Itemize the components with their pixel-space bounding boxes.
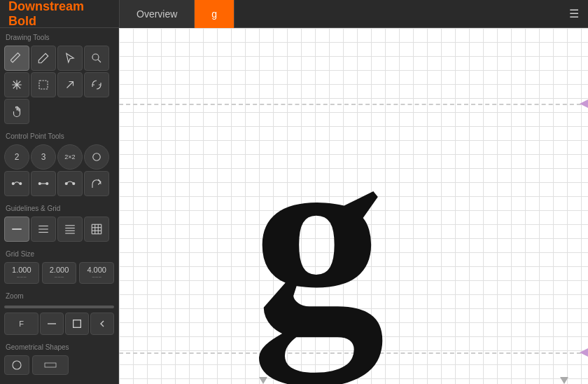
node-2-button[interactable]: 2: [4, 144, 29, 170]
rect-shape-button[interactable]: [32, 355, 69, 375]
svg-point-5: [20, 183, 22, 185]
app-title: Downstream Bold: [0, 0, 119, 29]
drawing-tools-label: Drawing Tools: [0, 28, 118, 44]
grid-canvas: [119, 28, 588, 384]
node-curve-button[interactable]: [57, 171, 83, 196]
svg-point-10: [73, 183, 75, 185]
vline-button[interactable]: [31, 217, 56, 242]
circle-shape-button[interactable]: [4, 355, 29, 375]
baseline-top: [119, 104, 588, 105]
guidelines-group: [0, 215, 118, 245]
node-reverse-button[interactable]: [84, 171, 109, 196]
drawing-tools-group: [0, 44, 118, 127]
control-point-tools-group: 2 3 2×2: [0, 143, 118, 199]
grid-size-2000-button[interactable]: 2.000 ~~~: [42, 262, 77, 284]
svg-point-3: [93, 153, 101, 161]
pencil-tool-button[interactable]: [31, 46, 56, 71]
node-2x2-button[interactable]: 2×2: [57, 144, 83, 170]
hamburger-menu-button[interactable]: ☰: [560, 0, 588, 28]
grid-size-4000-button[interactable]: 4.000 ~~~: [79, 262, 114, 284]
tab-g[interactable]: g: [195, 0, 234, 28]
svg-point-29: [13, 361, 21, 369]
geo-shapes-label: Geometrical Shapes: [0, 338, 118, 354]
control-point-tools-label: Control Point Tools: [0, 127, 118, 143]
grid-size-1000-button[interactable]: 1.000 ~~~: [4, 262, 39, 284]
multiline-button[interactable]: [57, 217, 83, 242]
zoom-tool-button[interactable]: [84, 46, 109, 71]
grid-button[interactable]: [84, 217, 109, 242]
svg-line-1: [98, 60, 101, 62]
main-layout: Drawing Tools: [0, 28, 588, 384]
node-circle-button[interactable]: [84, 144, 109, 170]
zoom-fit-button[interactable]: F: [4, 313, 38, 335]
svg-point-9: [65, 183, 67, 185]
zoom-tools-group: F: [4, 313, 114, 335]
zoom-section: F: [0, 303, 118, 338]
svg-point-4: [12, 183, 14, 185]
pen-tool-button[interactable]: [4, 46, 29, 71]
node-smooth-button[interactable]: [4, 171, 29, 196]
rect-select-button[interactable]: [31, 72, 56, 97]
guidelines-label: Guidelines & Grid: [0, 199, 118, 215]
svg-point-0: [92, 54, 99, 60]
transform-tool-button[interactable]: [84, 72, 109, 97]
node-tangent-button[interactable]: [31, 171, 56, 196]
header: Downstream Bold Overview g ☰: [0, 0, 588, 28]
tab-overview[interactable]: Overview: [119, 0, 195, 28]
zoom-line-button[interactable]: [40, 313, 64, 335]
move-tool-button[interactable]: [4, 72, 29, 97]
svg-rect-2: [39, 81, 48, 89]
zoom-box-button[interactable]: [65, 313, 89, 335]
pan-tool-button[interactable]: [4, 99, 29, 124]
grid-size-group: 1.000 ~~~ 2.000 ~~~ 4.000 ~~~: [0, 261, 118, 287]
geo-shapes-group: [0, 354, 118, 378]
knife-tool-button[interactable]: [57, 72, 83, 97]
hline-button[interactable]: [4, 217, 29, 242]
sidebar: Drawing Tools: [0, 28, 119, 384]
svg-rect-30: [45, 363, 56, 367]
baseline-bottom: [119, 352, 588, 354]
zoom-label: Zoom: [0, 287, 118, 303]
zoom-slider-track[interactable]: [4, 306, 114, 308]
svg-rect-28: [74, 320, 81, 328]
node-3-button[interactable]: 3: [31, 144, 56, 170]
zoom-prev-button[interactable]: [90, 313, 114, 335]
cursor-tool-button[interactable]: [57, 46, 83, 71]
canvas-area[interactable]: g: [119, 28, 588, 384]
grid-size-label: Grid Size: [0, 245, 118, 261]
